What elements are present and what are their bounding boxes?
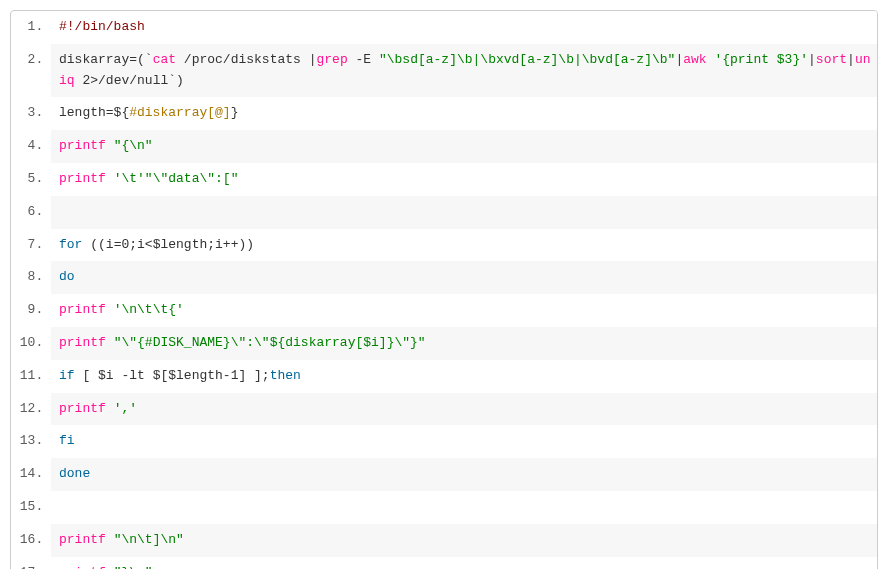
- code-line: fi: [51, 425, 877, 458]
- code-list: #!/bin/bashdiskarray=(`cat /proc/disksta…: [11, 11, 877, 569]
- code-line: printf "\"{#DISK_NAME}\":\"${diskarray[$…: [51, 327, 877, 360]
- code-line: #!/bin/bash: [51, 11, 877, 44]
- code-line: printf "{\n": [51, 130, 877, 163]
- code-line: printf '\t'"\"data\":[": [51, 163, 877, 196]
- code-line: printf "\n\t]\n": [51, 524, 877, 557]
- code-line: diskarray=(`cat /proc/diskstats |grep -E…: [51, 44, 877, 98]
- code-line: if [ $i -lt $[$length-1] ];then: [51, 360, 877, 393]
- code-line: done: [51, 458, 877, 491]
- code-line: do: [51, 261, 877, 294]
- code-line: printf '\n\t\t{': [51, 294, 877, 327]
- code-line: length=${#diskarray[@]}: [51, 97, 877, 130]
- code-line: [51, 491, 877, 524]
- code-line: printf ',': [51, 393, 877, 426]
- code-line: [51, 196, 877, 229]
- code-line: for ((i=0;i<$length;i++)): [51, 229, 877, 262]
- code-line: printf "}\n": [51, 557, 877, 569]
- code-block: #!/bin/bashdiskarray=(`cat /proc/disksta…: [10, 10, 878, 569]
